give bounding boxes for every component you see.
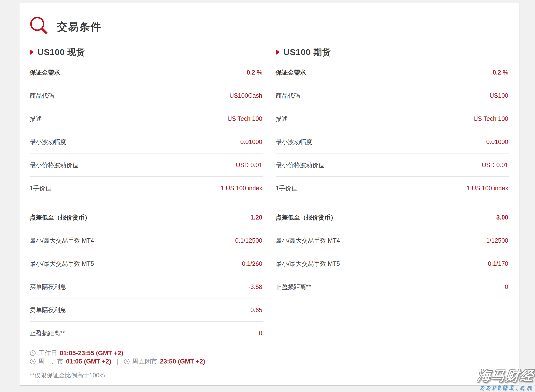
table-row: 最小/最大交易手数 MT5 0.1/170 bbox=[276, 252, 509, 275]
table-row: 最小/最大交易手数 MT5 0.1/260 bbox=[30, 252, 263, 275]
table-row: 卖单隔夜利息 0.65 bbox=[30, 298, 263, 322]
table-row: 最小波动幅度 0.01000 bbox=[276, 130, 509, 153]
conditions-table-futures: 保证金需求 0.2% 商品代码 US100 描述 US Tech 100 最小波… bbox=[276, 61, 509, 298]
column-heading-futures: US100 期货 bbox=[276, 47, 509, 57]
column-heading-text: US100 期货 bbox=[283, 47, 331, 58]
monday-open-time: 01:05 (GMT +2) bbox=[66, 358, 111, 365]
weekday-hours-line: 工作日 01:05-23:55 (GMT +2) bbox=[30, 349, 263, 357]
row-label: 最小/最大交易手数 MT4 bbox=[276, 237, 340, 244]
row-value: 3.00 bbox=[496, 214, 508, 221]
table-row: 最小波动幅度 0.01000 bbox=[30, 130, 263, 153]
row-label: 止盈损距离** bbox=[276, 283, 311, 290]
row-label: 最小/最大交易手数 MT4 bbox=[30, 237, 94, 244]
weekday-time: 01:05-23:55 (GMT +2) bbox=[60, 349, 123, 357]
clock-icon bbox=[124, 358, 130, 364]
conditions-columns: US100 现货 保证金需求 0.2% 商品代码 US100Cash 描述 US… bbox=[30, 47, 509, 379]
row-label: 最小/最大交易手数 MT5 bbox=[276, 260, 340, 267]
row-label: 1手价值 bbox=[30, 185, 51, 191]
row-label: 卖单隔夜利息 bbox=[30, 306, 66, 313]
column-us100-futures: US100 期货 保证金需求 0.2% 商品代码 US100 描述 US Tec… bbox=[276, 47, 509, 379]
row-value: 0 bbox=[505, 283, 508, 290]
row-label: 买单隔夜利息 bbox=[30, 283, 66, 290]
clock-icon bbox=[30, 358, 36, 364]
row-value: 0.01000 bbox=[486, 138, 508, 145]
row-value: -3.58 bbox=[248, 283, 262, 290]
row-label: 商品代码 bbox=[30, 92, 54, 99]
row-label: 最小/最大交易手数 MT5 bbox=[30, 260, 94, 267]
open-close-hours-line: 周一开市 01:05 (GMT +2) | 周五闭市 23:50 (GMT +2… bbox=[30, 357, 263, 365]
row-value: 0.65 bbox=[250, 306, 262, 313]
row-value: US100 bbox=[490, 92, 508, 99]
table-row: 1手价值 1 US 100 index bbox=[276, 177, 509, 200]
watermark-brand: 海马财经 bbox=[477, 369, 535, 382]
row-label: 最小价格波动价值 bbox=[276, 162, 324, 168]
column-us100-cash: US100 现货 保证金需求 0.2% 商品代码 US100Cash 描述 US… bbox=[30, 47, 263, 379]
conditions-table-cash: 保证金需求 0.2% 商品代码 US100Cash 描述 US Tech 100… bbox=[30, 61, 263, 344]
column-heading-text: US100 现货 bbox=[38, 47, 85, 58]
row-value: US Tech 100 bbox=[227, 115, 262, 122]
row-label: 描述 bbox=[276, 115, 288, 122]
row-value: 0.1/170 bbox=[488, 260, 508, 267]
weekday-label: 工作日 bbox=[38, 349, 57, 357]
row-value: 1.20 bbox=[250, 214, 262, 221]
page-title: 交易条件 bbox=[57, 20, 102, 34]
row-value: US100Cash bbox=[229, 92, 262, 99]
table-row: 描述 US Tech 100 bbox=[276, 107, 509, 130]
table-row: 买单隔夜利息 -3.58 bbox=[30, 275, 263, 298]
watermark: 海马财经 zzrt01.cn bbox=[478, 369, 534, 392]
table-row: 最小/最大交易手数 MT4 1/12500 bbox=[276, 229, 509, 252]
table-row: 1手价值 1 US 100 index bbox=[30, 177, 263, 200]
row-value: 1 US 100 index bbox=[221, 185, 262, 191]
row-label: 点差低至（报价货币） bbox=[30, 214, 91, 221]
table-row: 点差低至（报价货币） 3.00 bbox=[276, 206, 509, 229]
triangle-marker-icon bbox=[276, 49, 280, 55]
row-value: 0.01000 bbox=[240, 138, 262, 145]
row-value: 0.2% bbox=[247, 69, 262, 76]
margin-footnote: **仅限保证金比例高于100% bbox=[30, 371, 263, 379]
table-row: 保证金需求 0.2% bbox=[276, 61, 509, 84]
row-value: 0.1/12500 bbox=[235, 237, 262, 244]
row-value: 0.1/260 bbox=[242, 260, 262, 267]
row-label: 最小波动幅度 bbox=[276, 138, 312, 145]
table-row: 最小价格波动价值 USD 0.01 bbox=[30, 153, 263, 177]
table-row: 最小价格波动价值 USD 0.01 bbox=[276, 153, 509, 177]
triangle-marker-icon bbox=[30, 49, 34, 55]
monday-open-label: 周一开市 bbox=[38, 357, 64, 366]
hours-separator: | bbox=[117, 358, 118, 365]
row-label: 点差低至（报价货币） bbox=[276, 214, 337, 221]
trading-conditions-card: 交易条件 US100 现货 保证金需求 0.2% 商品代码 US100Cash … bbox=[20, 3, 519, 386]
row-value: US Tech 100 bbox=[473, 115, 508, 122]
row-value: USD 0.01 bbox=[482, 162, 508, 168]
table-row: 最小/最大交易手数 MT4 0.1/12500 bbox=[30, 229, 263, 252]
table-row: 商品代码 US100 bbox=[276, 84, 509, 107]
row-label: 最小价格波动价值 bbox=[30, 162, 78, 168]
row-label: 止盈损距离** bbox=[30, 330, 65, 336]
row-label: 保证金需求 bbox=[30, 69, 60, 76]
table-row: 点差低至（报价货币） 1.20 bbox=[30, 206, 263, 229]
row-value: 1 US 100 index bbox=[467, 185, 508, 191]
row-label: 1手价值 bbox=[276, 185, 297, 191]
table-row: 止盈损距离** 0 bbox=[276, 275, 509, 298]
row-value: 0.2% bbox=[493, 69, 508, 76]
table-row: 止盈损距离** 0 bbox=[30, 322, 263, 344]
page-header: 交易条件 bbox=[30, 16, 509, 38]
row-label: 最小波动幅度 bbox=[30, 138, 66, 145]
row-label: 描述 bbox=[30, 115, 42, 122]
watermark-site: zzrt01.cn bbox=[477, 383, 534, 392]
clock-icon bbox=[30, 350, 36, 356]
column-heading-cash: US100 现货 bbox=[30, 47, 263, 57]
friday-close-time: 23:50 (GMT +2) bbox=[160, 358, 205, 365]
trading-hours: 工作日 01:05-23:55 (GMT +2) 周一开市 01:05 (GMT… bbox=[30, 349, 263, 365]
row-value: 1/12500 bbox=[486, 237, 508, 244]
magnifier-icon bbox=[30, 16, 50, 37]
table-row: 保证金需求 0.2% bbox=[30, 61, 263, 84]
table-row: 描述 US Tech 100 bbox=[30, 107, 263, 130]
row-value: USD 0.01 bbox=[236, 162, 262, 168]
table-row: 商品代码 US100Cash bbox=[30, 84, 263, 107]
row-label: 保证金需求 bbox=[276, 69, 306, 76]
row-value: 0 bbox=[259, 330, 262, 336]
friday-close-label: 周五闭市 bbox=[132, 357, 158, 366]
row-label: 商品代码 bbox=[276, 92, 300, 99]
